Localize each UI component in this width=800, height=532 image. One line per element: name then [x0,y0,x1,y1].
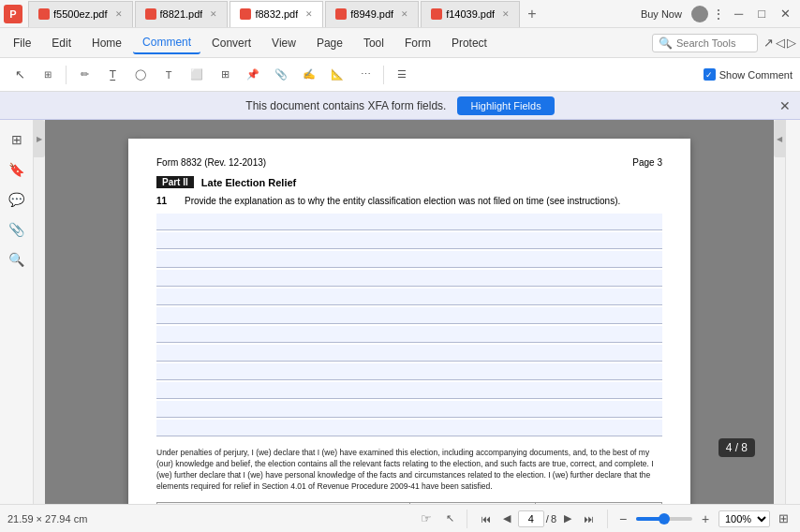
highlight-fields-button[interactable]: Highlight Fields [457,96,554,115]
last-page-btn[interactable]: ⏭ [579,510,598,528]
left-sidebar: ⊞ 🔖 💬 📎 🔍 [0,120,34,504]
total-pages: 8 [551,513,556,525]
underline-btn[interactable]: T̲ [100,63,125,87]
search-tools-input[interactable] [676,37,751,49]
right-expand-handle[interactable]: ◀ [774,120,785,157]
page-sep: / [546,513,549,525]
text-btn[interactable]: T [156,63,181,87]
signature-btn[interactable]: ✍ [297,63,321,87]
tab-close-3[interactable]: ✕ [305,9,313,19]
right-sidebar [785,120,800,504]
zoom-slider[interactable] [636,517,692,521]
question-text: Provide the explanation as to why the en… [185,196,620,206]
window-controls: Buy Now ⋮ ─ □ ✕ [635,5,796,22]
answer-line-10[interactable] [156,382,662,399]
answer-line-3[interactable] [156,251,662,268]
pdf-area[interactable]: Form 8832 (Rev. 12-2013) Page 3 Part II … [45,120,774,504]
measure-btn[interactable]: 📐 [325,63,349,87]
menu-dots[interactable]: ⋮ [712,7,725,22]
sidebar-attachments-icon[interactable]: 📎 [5,217,29,242]
sidebar-bookmarks-icon[interactable]: 🔖 [5,157,29,182]
perjury-statement: Under penalties of perjury, I (we) decla… [156,448,662,493]
tab-f8832[interactable]: f8832.pdf ✕ [230,1,323,27]
answer-line-8[interactable] [156,345,662,362]
close-button[interactable]: ✕ [775,5,796,22]
tab-close-5[interactable]: ✕ [502,9,510,19]
page-nav-controls: ⏮ ◀ / 8 ▶ ⏭ [477,510,598,528]
attach-btn[interactable]: 📎 [269,63,293,87]
prev-page-btn[interactable]: ◀ [497,510,516,528]
sidebar-search-icon[interactable]: 🔍 [5,247,29,272]
menu-comment[interactable]: Comment [133,32,200,54]
cursor-tool-btn[interactable]: ↖ [7,63,32,87]
next-page-btn[interactable]: ▶ [558,510,577,528]
first-page-btn[interactable]: ⏮ [477,510,496,528]
nav-forward-icon[interactable]: ▷ [787,36,796,50]
minimize-button[interactable]: ─ [729,5,748,22]
more-btn[interactable]: ⋯ [353,63,378,87]
left-expand-handle[interactable]: ▶ [34,120,45,157]
menu-edit[interactable]: Edit [42,33,81,53]
signature-table: Signature(s) Date Title [156,502,662,504]
tab-f8949[interactable]: f8949.pdf ✕ [325,1,419,27]
notification-bar: This document contains XFA form fields. … [0,92,800,120]
zoom-out-btn[interactable]: − [614,510,632,528]
highlight-btn[interactable]: ✏ [72,63,96,87]
sig-header-date: Date [409,502,536,504]
answer-line-2[interactable] [156,232,662,249]
tab-close-1[interactable]: ✕ [115,9,123,19]
manage-btn[interactable]: ☰ [390,63,414,87]
menu-protect[interactable]: Protect [442,33,496,53]
show-comment-toggle[interactable]: Show Comment [704,68,793,81]
notification-close-icon[interactable]: ✕ [779,98,791,113]
tab-f8821[interactable]: f8821.pdf ✕ [135,1,229,27]
sidebar-pages-icon[interactable]: ⊞ [5,127,29,152]
zoom-in-btn[interactable]: + [696,510,715,528]
main-layout: ⊞ 🔖 💬 📎 🔍 ▶ Form 8832 (Rev. 12-2013) Pag… [0,120,800,504]
sticky-note-btn[interactable]: 📌 [241,63,265,87]
tab-list: f5500ez.pdf ✕ f8821.pdf ✕ f8832.pdf ✕ f8… [28,1,635,27]
menu-page[interactable]: Page [307,33,352,53]
buy-now-button[interactable]: Buy Now [635,7,688,22]
zoom-select[interactable]: 100% 75% 125% 150% [719,510,770,527]
show-comment-label: Show Comment [719,69,793,81]
hand-tool-btn[interactable]: ☞ [416,509,437,529]
tab-close-2[interactable]: ✕ [210,9,217,19]
external-link-icon[interactable]: ↗ [763,36,774,50]
zoom-controls: − + 100% 75% 125% 150% ⊞ [614,510,793,528]
pdf-page: Form 8832 (Rev. 12-2013) Page 3 Part II … [128,139,690,504]
menu-file[interactable]: File [4,33,40,53]
pdf-header: Form 8832 (Rev. 12-2013) Page 3 [156,157,662,168]
fit-page-btn[interactable]: ⊞ [774,510,793,528]
page-number-input[interactable] [518,510,544,527]
answer-line-7[interactable] [156,326,662,343]
tab-f5500ez[interactable]: f5500ez.pdf ✕ [28,1,133,27]
shapes-btn[interactable]: ◯ [128,63,153,87]
answer-line-1[interactable] [156,214,662,230]
new-tab-button[interactable]: + [522,1,541,27]
answer-line-11[interactable] [156,401,662,418]
answer-line-4[interactable] [156,270,662,287]
answer-line-12[interactable] [156,420,662,436]
sidebar-comments-icon[interactable]: 💬 [5,187,29,212]
part-title: Late Election Relief [201,177,296,188]
select-tool-btn[interactable]: ⊞ [36,63,60,87]
stamp-btn[interactable]: ⬜ [185,63,209,87]
tab-f14039[interactable]: f14039.pdf ✕ [421,1,520,27]
answer-line-5[interactable] [156,288,662,305]
answer-line-6[interactable] [156,307,662,324]
answer-line-9[interactable] [156,363,662,380]
table-btn[interactable]: ⊞ [213,63,237,87]
menu-home[interactable]: Home [82,33,131,53]
select-text-btn[interactable]: ↖ [440,509,461,529]
menu-tool[interactable]: Tool [354,33,393,53]
menu-convert[interactable]: Convert [202,33,260,53]
show-comment-checkbox[interactable] [704,68,716,81]
maximize-button[interactable]: □ [752,5,771,22]
part-badge: Part II [156,176,194,188]
question-number: 11 [156,196,175,206]
tab-close-4[interactable]: ✕ [401,9,408,19]
menu-form[interactable]: Form [395,33,440,53]
menu-view[interactable]: View [262,33,305,53]
nav-back-icon[interactable]: ◁ [776,36,785,50]
